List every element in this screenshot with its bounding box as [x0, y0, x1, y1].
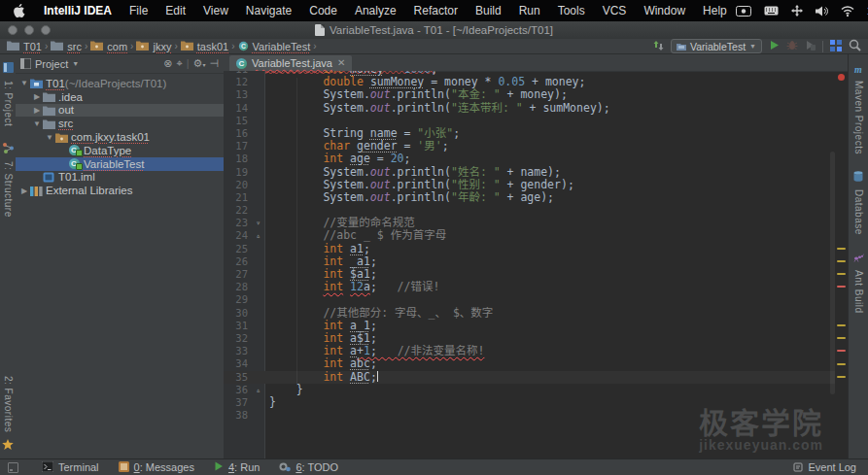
tree-expand-arrow[interactable]: ▶	[32, 106, 42, 115]
tree-item-variabletest[interactable]: CVariableTest	[16, 157, 224, 171]
tree-expand-arrow[interactable]: ▶	[32, 92, 42, 101]
menu-tools[interactable]: Tools	[549, 4, 594, 17]
statusbar-item-terminal[interactable]: Terminal	[42, 461, 99, 474]
error-stripe-mark-line-35[interactable]	[837, 376, 846, 378]
error-stripe-mark-line-25[interactable]	[837, 248, 846, 250]
breadcrumb-src[interactable]: src	[51, 40, 82, 52]
fold-marker[interactable]: ▿	[256, 217, 260, 229]
left-tool-stripe: 1: Project7: Structure2: Favorites	[0, 54, 17, 458]
tree-item-t01[interactable]: ▼T01 (~/IdeaProjects/T01)	[16, 77, 224, 90]
tool-stripe-button-database[interactable]: Database	[853, 163, 864, 244]
breadcrumb-t01[interactable]: T01	[7, 40, 42, 52]
error-stripe-mark-line-27[interactable]	[837, 273, 846, 275]
line-number: 26	[224, 255, 264, 268]
menu-help[interactable]: Help	[694, 4, 736, 17]
search-everywhere-icon[interactable]	[849, 39, 861, 53]
fold-marker[interactable]: ▵	[256, 384, 260, 396]
run-with-coverage-button[interactable]	[805, 40, 816, 52]
project-structure-icon[interactable]	[830, 40, 842, 53]
menu-view[interactable]: View	[194, 4, 237, 17]
menu-intellij-idea[interactable]: IntelliJ IDEA	[35, 4, 121, 17]
event-log-button[interactable]: Event Log	[793, 461, 860, 473]
indent-guide	[296, 78, 297, 386]
folder-icon	[42, 119, 55, 129]
error-stripe-mark-line-31[interactable]	[837, 324, 846, 326]
statusbar-item-messages[interactable]: 0: Messages	[119, 461, 194, 474]
tool-stripe-button-ant-build[interactable]: Ant Build	[853, 244, 864, 322]
editor-tab-variabletest[interactable]: C VariableTest.java ✕	[229, 55, 352, 71]
breadcrumb-task01[interactable]: task01	[181, 40, 228, 52]
wifi-icon[interactable]	[841, 6, 854, 17]
tree-item-com-jkxy-task01[interactable]: ▼com.jkxy.task01	[16, 130, 224, 144]
statusbar-item-todo[interactable]: 6: TODO	[279, 461, 338, 474]
window-title-bar: VariableTest.java - T01 - [~/IdeaProject…	[0, 21, 868, 40]
debug-button[interactable]	[786, 40, 798, 52]
text-cursor	[377, 371, 379, 382]
tree-expand-arrow[interactable]: ▶	[19, 187, 29, 195]
statusbar-item-run[interactable]: 4: Run	[214, 461, 260, 473]
error-stripe-mark-line-33[interactable]	[837, 350, 846, 352]
screen-record-icon[interactable]	[736, 6, 751, 17]
line-number: 31	[224, 320, 264, 332]
menu-code[interactable]: Code	[300, 4, 346, 17]
scroll-from-source-icon[interactable]: ⌖	[176, 58, 182, 69]
editor-area[interactable]: C VariableTest.java ✕ 11 int money = 100…	[224, 54, 849, 458]
menu-window[interactable]: Window	[635, 4, 694, 17]
menu-file[interactable]: File	[121, 4, 156, 17]
project-panel-title[interactable]: Project	[35, 58, 68, 70]
tree-item-out[interactable]: ▶out	[16, 104, 224, 118]
error-stripe-mark-line-32[interactable]	[837, 337, 846, 339]
menu-vcs[interactable]: VCS	[594, 4, 636, 17]
project-views-dropdown[interactable]: ▼	[72, 60, 79, 67]
breadcrumb-variabletest[interactable]: CVariableTest	[238, 41, 311, 52]
menu-analyze[interactable]: Analyze	[346, 4, 405, 17]
error-stripe-mark-line-34[interactable]	[837, 363, 846, 365]
changes-sync-icon[interactable]	[653, 40, 664, 53]
tool-stripe-button-1-project[interactable]: 1: Project	[3, 54, 14, 135]
tree-expand-arrow[interactable]: ▼	[32, 119, 42, 128]
fold-marker[interactable]: ▵	[256, 229, 260, 242]
breadcrumb-separator: ›	[231, 41, 234, 51]
breadcrumb-com[interactable]: com	[90, 40, 127, 52]
tree-item-t01-iml[interactable]: T01.iml	[16, 171, 224, 185]
breadcrumb-label: src	[67, 41, 82, 52]
run-button[interactable]	[769, 40, 780, 52]
tool-stripe-button-maven-projects[interactable]: mMaven Projects	[853, 54, 864, 163]
error-stripe-mark-line-28[interactable]	[837, 286, 846, 288]
error-stripe-mark-line-26[interactable]	[837, 260, 846, 262]
collapse-all-icon[interactable]: ⊗	[163, 58, 172, 69]
menu-navigate[interactable]: Navigate	[237, 4, 300, 17]
folder-icon	[7, 40, 19, 52]
menu-build[interactable]: Build	[467, 4, 510, 17]
line-number: 21	[224, 191, 264, 204]
status-bar: Terminal0: Messages4: Run6: TODO Event L…	[0, 458, 868, 475]
package-icon	[54, 132, 68, 143]
menu-edit[interactable]: Edit	[156, 4, 194, 17]
7-structure-icon	[3, 140, 14, 157]
settings-gear-icon[interactable]: ⚙▾	[193, 58, 206, 69]
code-text: }	[264, 396, 276, 409]
run-configuration-select[interactable]: VariableTest ▼	[671, 39, 762, 53]
tree-item-external-libraries[interactable]: ▶External Libraries	[16, 184, 224, 197]
menu-refactor[interactable]: Refactor	[405, 4, 467, 17]
tree-expand-arrow[interactable]: ▼	[45, 133, 54, 142]
package-icon	[181, 40, 193, 52]
apple-menu-icon[interactable]	[0, 4, 35, 17]
tree-item-idea[interactable]: ▶.idea	[16, 90, 224, 104]
module-icon	[42, 172, 55, 183]
close-tab-icon[interactable]: ✕	[337, 58, 345, 68]
menu-run[interactable]: Run	[510, 4, 549, 17]
hide-panel-icon[interactable]: ⊣	[209, 58, 219, 69]
line-number: 18	[224, 153, 264, 165]
volume-icon[interactable]	[816, 6, 828, 17]
tool-stripe-button-7-structure[interactable]: 7: Structure	[3, 135, 14, 226]
tool-stripe-button-2-favorites[interactable]: 2: Favorites	[2, 367, 14, 458]
keyboard-icon[interactable]	[764, 6, 779, 16]
breadcrumb-jkxy[interactable]: jkxy	[136, 40, 171, 52]
tree-expand-arrow[interactable]: ▼	[19, 79, 29, 87]
tool-window-toggle-icon[interactable]	[8, 462, 18, 473]
move-icon[interactable]	[791, 5, 803, 17]
tree-item-src[interactable]: ▼src	[16, 117, 224, 130]
code-viewport[interactable]: 11 int money = 1000;12 double sumMoney =…	[224, 71, 835, 458]
tree-item-datatype[interactable]: CDataType	[16, 144, 224, 157]
